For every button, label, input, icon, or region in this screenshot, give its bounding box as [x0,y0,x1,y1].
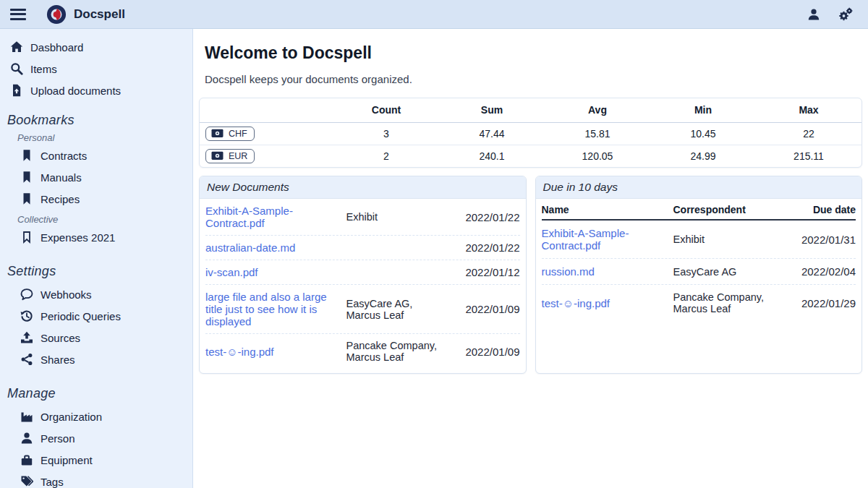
sidebar: Dasbhoard Items Upload documents Bookmar… [0,29,193,488]
manage-item-label: Tags [41,476,64,488]
document-link[interactable]: Exhibit-A-Sample-Contract.pdf [542,227,665,252]
money-bill-icon [211,151,224,160]
document-link[interactable]: large file and also a large title just t… [205,291,336,328]
due-row: test-☺-ing.pdf Pancake Company, Marcus L… [542,285,856,321]
document-row: iv-scan.pdf 2022/01/12 [205,260,520,285]
sidebar-item-shares[interactable]: Shares [17,348,192,370]
money-bill-icon [211,129,224,138]
document-row: test-☺-ing.pdf Pancake Company, Marcus L… [205,334,520,369]
settings-section-heading: Settings [7,264,192,279]
page-subtitle: Docspell keeps your documents organized. [205,73,862,85]
settings-menu-button[interactable] [833,2,858,27]
hamburger-menu-icon[interactable] [10,9,26,20]
stat-min: 24.99 [650,145,756,167]
document-correspondent: Exhibit [346,211,446,223]
currency-label: EUR [229,151,247,161]
due-header-name: Name [542,204,665,215]
document-link[interactable]: test-☺-ing.pdf [205,346,336,358]
document-link[interactable]: test-☺-ing.pdf [542,297,665,309]
stats-card: Count Sum Avg Min Max CHF [199,98,862,168]
stats-header-max: Max [756,98,861,122]
bookmark-label: Manuals [41,171,82,184]
settings-item-label: Periodic Queries [41,310,121,322]
document-date: 2022/01/12 [456,266,520,278]
sidebar-item-contracts[interactable]: Contracts [17,145,192,166]
history-icon [20,309,33,322]
document-date: 2022/01/09 [456,346,520,358]
sidebar-item-upload-documents[interactable]: Upload documents [7,80,192,101]
document-correspondent: Pancake Company, Marcus Leaf [346,340,446,363]
sidebar-item-sources[interactable]: Sources [17,327,192,348]
home-icon [10,40,23,53]
due-panel-title: Due in 10 days [536,176,862,199]
sidebar-item-periodic-queries[interactable]: Periodic Queries [17,305,192,327]
sidebar-item-person[interactable]: Person [17,427,192,449]
sidebar-item-items[interactable]: Items [7,58,192,80]
share-icon [20,353,33,366]
manage-item-label: Equipment [41,454,93,466]
search-icon [10,62,23,75]
main-content: Welcome to Docspell Docspell keeps your … [193,29,868,488]
sidebar-item-label: Dasbhoard [30,41,83,53]
currency-badge: EUR [205,149,255,163]
document-due-date: 2022/02/04 [787,265,856,278]
user-menu-button[interactable] [801,2,826,27]
currency-badge: CHF [205,127,255,141]
stat-avg: 120.05 [545,145,650,167]
document-link[interactable]: iv-scan.pdf [205,266,336,278]
stat-count: 2 [333,145,439,167]
bookmarks-section-heading: Bookmarks [7,113,192,128]
sidebar-item-equipment[interactable]: Equipment [17,449,192,471]
document-correspondent: Pancake Company, Marcus Leaf [673,291,779,314]
document-correspondent: EasyCare AG [673,266,779,278]
stat-max: 215.11 [756,145,861,167]
comment-icon [20,288,33,301]
upload-icon [20,331,33,344]
bookmarks-group-collective: Collective [17,214,192,225]
stats-header-avg: Avg [545,98,650,122]
stat-sum: 47.44 [439,122,545,145]
cogs-icon [838,7,853,22]
due-panel: Due in 10 days Name Correspondent Due da… [535,176,863,374]
stat-sum: 240.1 [439,145,545,167]
sidebar-item-dashboard[interactable]: Dasbhoard [7,36,192,58]
app-logo: Docspell [46,4,125,25]
document-row: Exhibit-A-Sample-Contract.pdf Exhibit 20… [205,199,520,236]
due-row: russion.md EasyCare AG 2022/02/04 [542,259,856,285]
topbar: Docspell [0,0,868,29]
settings-item-label: Shares [41,354,75,366]
bookmark-icon [20,149,33,162]
new-documents-title: New Documents [200,176,526,199]
stats-header-min: Min [650,98,756,122]
stats-row-chf: CHF 3 47.44 15.81 10.45 22 [200,122,861,145]
document-link[interactable]: australian-date.md [205,241,336,254]
file-upload-icon [10,84,23,97]
document-link[interactable]: Exhibit-A-Sample-Contract.pdf [205,205,336,229]
new-documents-panel: New Documents Exhibit-A-Sample-Contract.… [199,176,527,374]
manage-item-label: Person [41,432,75,445]
sidebar-item-webhooks[interactable]: Webhooks [17,283,192,305]
manage-item-label: Organization [41,411,102,423]
sidebar-item-tags[interactable]: Tags [17,471,192,488]
sidebar-item-organization[interactable]: Organization [17,406,192,427]
document-date: 2022/01/22 [456,241,520,254]
stats-row-eur: EUR 2 240.1 120.05 24.99 215.11 [200,145,861,167]
document-link[interactable]: russion.md [542,265,665,278]
user-icon [807,8,820,21]
bookmark-icon [20,192,33,205]
stats-header-sum: Sum [439,98,545,122]
document-row: large file and also a large title just t… [205,285,520,334]
bookmarks-group-personal: Personal [17,132,192,143]
app-title: Docspell [74,7,125,22]
sidebar-item-recipes[interactable]: Recipes [17,188,192,210]
document-row: australian-date.md 2022/01/22 [205,236,520,260]
docspell-logo-icon [46,4,67,25]
sidebar-item-manuals[interactable]: Manuals [17,166,192,188]
due-table-header: Name Correspondent Due date [542,199,856,221]
sidebar-item-expenses-2021[interactable]: Expenses 2021 [17,226,192,248]
due-row: Exhibit-A-Sample-Contract.pdf Exhibit 20… [542,221,856,259]
bookmark-outline-icon [20,231,33,244]
currency-label: CHF [229,129,247,139]
document-date: 2022/01/22 [456,211,520,223]
bookmark-label: Recipes [41,193,80,205]
